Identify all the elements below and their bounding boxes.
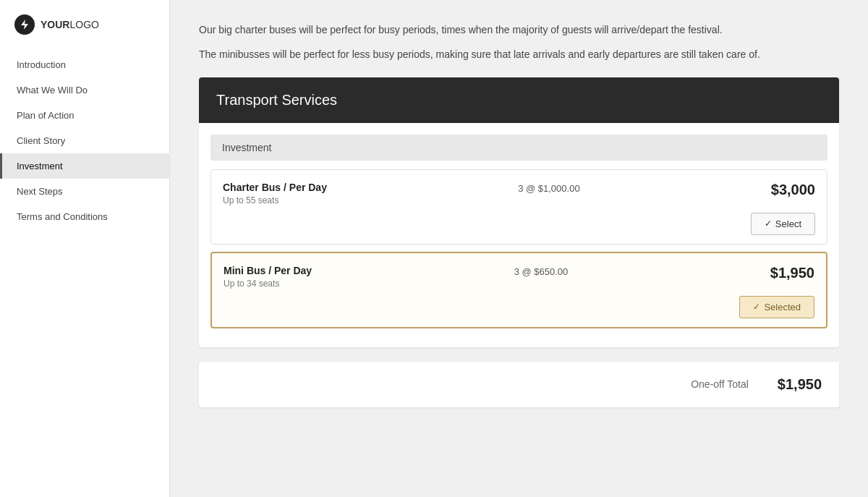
charter-bus-quantity: 3 @ $1,000.00 — [518, 183, 579, 194]
mini-bus-button-label: Selected — [764, 302, 801, 313]
lightning-bolt-icon — [14, 14, 35, 35]
transport-services-header: Transport Services — [199, 77, 839, 123]
transport-services-card: Transport Services Investment Charter Bu… — [199, 77, 839, 347]
charter-bus-row: Charter Bus / Per Day Up to 55 seats 3 @… — [210, 169, 827, 245]
charter-bus-top: Charter Bus / Per Day Up to 55 seats 3 @… — [223, 182, 815, 205]
mini-bus-info: Mini Bus / Per Day Up to 34 seats — [224, 265, 312, 289]
sidebar-item-what-we-will-do[interactable]: What We Will Do — [0, 77, 169, 103]
sidebar-nav: Introduction What We Will Do Plan of Act… — [0, 52, 169, 229]
sidebar: YOURLOGO Introduction What We Will Do Pl… — [0, 0, 170, 497]
charter-bus-action: ✓ Select — [223, 213, 815, 235]
sidebar-item-plan-of-action[interactable]: Plan of Action — [0, 103, 169, 128]
sidebar-item-terms-and-conditions[interactable]: Terms and Conditions — [0, 204, 169, 229]
transport-services-body: Investment Charter Bus / Per Day Up to 5… — [199, 123, 839, 347]
logo-text: YOURLOGO — [41, 19, 99, 30]
mini-bus-name: Mini Bus / Per Day — [224, 265, 312, 276]
total-card: One-off Total $1,950 — [199, 362, 839, 407]
transport-services-title: Transport Services — [216, 92, 337, 108]
mini-bus-quantity: 3 @ $650.00 — [514, 266, 569, 277]
total-label: One-off Total — [691, 378, 749, 390]
mini-bus-top: Mini Bus / Per Day Up to 34 seats 3 @ $6… — [224, 265, 814, 289]
sidebar-item-investment[interactable]: Investment — [0, 153, 169, 179]
charter-bus-price: $3,000 — [771, 182, 815, 198]
mini-bus-selected-button[interactable]: ✓ Selected — [739, 296, 814, 318]
svg-marker-0 — [21, 20, 28, 30]
charter-bus-name: Charter Bus / Per Day — [223, 182, 327, 193]
charter-bus-info: Charter Bus / Per Day Up to 55 seats — [223, 182, 327, 205]
intro-text-block: Our big charter buses will be perfect fo… — [199, 22, 839, 63]
mini-bus-description: Up to 34 seats — [224, 279, 312, 289]
sidebar-item-introduction[interactable]: Introduction — [0, 52, 169, 77]
charter-bus-button-label: Select — [775, 218, 801, 229]
mini-bus-check-icon: ✓ — [753, 302, 760, 312]
mini-bus-row: Mini Bus / Per Day Up to 34 seats 3 @ $6… — [210, 252, 827, 328]
charter-bus-check-icon: ✓ — [765, 218, 772, 229]
charter-bus-description: Up to 55 seats — [223, 195, 327, 205]
investment-section-label: Investment — [210, 135, 827, 161]
main-content: Our big charter buses will be perfect fo… — [170, 0, 868, 497]
mini-bus-price: $1,950 — [770, 265, 814, 281]
charter-bus-select-button[interactable]: ✓ Select — [751, 213, 815, 235]
total-value: $1,950 — [778, 376, 822, 393]
mini-bus-action: ✓ Selected — [224, 296, 814, 318]
intro-paragraph-2: The minibusses will be perfect for less … — [199, 46, 839, 62]
logo-area: YOURLOGO — [0, 14, 169, 52]
intro-paragraph-1: Our big charter buses will be perfect fo… — [199, 22, 839, 38]
sidebar-item-next-steps[interactable]: Next Steps — [0, 179, 169, 204]
sidebar-item-client-story[interactable]: Client Story — [0, 128, 169, 153]
